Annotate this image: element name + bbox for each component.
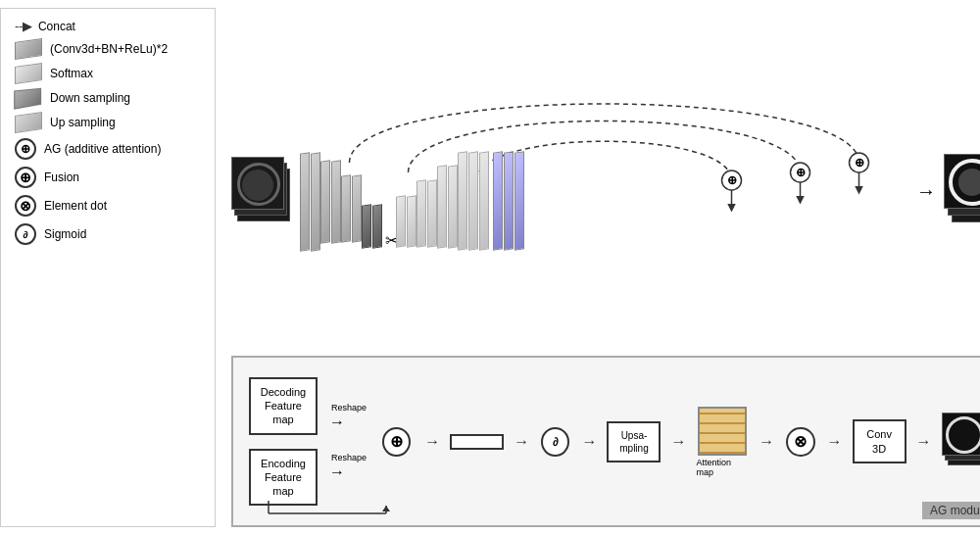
legend-conv3d: (Conv3d+BN+ReLu)*2 xyxy=(15,40,201,58)
legend-ag: ⊕ AG (additive attention) xyxy=(15,138,201,160)
arrow-7: → xyxy=(916,433,932,451)
unet-diagram: ⊕ ⊕ ⊕ xyxy=(231,8,980,356)
svg-point-3 xyxy=(791,163,810,182)
decoding-feature-map: Decoding Feature map xyxy=(249,377,318,435)
concat-icon: - - ▶ xyxy=(15,19,30,33)
legend-sigmoid: ∂ Sigmoid xyxy=(15,223,201,245)
reshape-bottom-label: Reshape xyxy=(331,453,367,462)
ag-icon: ⊕ xyxy=(15,138,36,160)
attention-map-label: Attention map xyxy=(696,458,749,477)
ag-module-panel: Decoding Feature map Encoding Feature ma… xyxy=(231,356,980,527)
elementdot-label: Element dot xyxy=(44,199,107,213)
attention-map-container: Attention map xyxy=(696,407,749,477)
legend-upsampling: Up sampling xyxy=(15,114,201,131)
svg-marker-2 xyxy=(726,172,740,180)
ag-output-mri xyxy=(942,413,980,471)
arrow-2: → xyxy=(514,433,529,451)
ag-label: AG (additive attention) xyxy=(44,142,161,156)
conv3d-label: (Conv3d+BN+ReLu)*2 xyxy=(50,42,168,56)
svg-marker-1 xyxy=(795,165,808,172)
ag-module-label: AG module xyxy=(922,502,980,519)
main-content: ⊕ ⊕ ⊕ xyxy=(223,0,980,535)
arrow-5: → xyxy=(759,433,774,451)
svg-marker-15 xyxy=(382,506,390,511)
softmax-label: Softmax xyxy=(50,67,93,80)
downsampling-icon xyxy=(14,88,41,110)
conv3d-icon xyxy=(15,38,42,60)
feature-map-boxes: Decoding Feature map Encoding Feature ma… xyxy=(249,377,318,507)
fusion-circle: ⊕ xyxy=(382,427,411,457)
sigmoid-circle: ∂ xyxy=(541,427,569,457)
output-arrow: → xyxy=(916,180,936,203)
softmax-icon xyxy=(15,63,42,84)
concat-label: Concat xyxy=(38,20,75,33)
downsampling-label: Down sampling xyxy=(50,91,130,105)
arrow-1: → xyxy=(424,433,440,451)
legend-panel: - - ▶ Concat (Conv3d+BN+ReLu)*2 Softmax … xyxy=(0,8,216,527)
upsampling-icon xyxy=(15,112,42,133)
encoding-feature-map: Encoding Feature map xyxy=(249,449,318,507)
svg-text:⊕: ⊕ xyxy=(727,173,737,187)
output-mri xyxy=(944,154,980,230)
reshape-top-label: Reshape xyxy=(331,403,367,413)
legend-softmax: Softmax xyxy=(15,65,201,82)
elementdot-circle: ⊗ xyxy=(786,427,814,457)
arrow-4: → xyxy=(670,433,686,451)
legend-downsampling: Down sampling xyxy=(15,89,201,107)
sigmoid-label: Sigmoid xyxy=(44,227,86,241)
fusion-icon: ⊕ xyxy=(15,167,36,188)
upsampling-label: Up sampling xyxy=(50,116,116,129)
elementdot-icon: ⊗ xyxy=(15,195,36,217)
conv3d-box-1 xyxy=(450,434,504,450)
upsampling-box: Upsa- mpling xyxy=(607,421,661,462)
svg-text:⊕: ⊕ xyxy=(855,156,864,170)
svg-point-5 xyxy=(850,153,869,172)
legend-concat: - - ▶ Concat xyxy=(15,19,201,33)
input-mri xyxy=(231,157,292,227)
conv3d-box-2: Conv 3D xyxy=(853,419,906,463)
legend-elementdot: ⊗ Element dot xyxy=(15,195,201,217)
svg-text:⊕: ⊕ xyxy=(796,166,806,179)
legend-fusion: ⊕ Fusion xyxy=(15,167,201,188)
arrow-3: → xyxy=(581,433,597,451)
arrow-6: → xyxy=(827,433,843,451)
fusion-label: Fusion xyxy=(44,170,79,184)
svg-marker-0 xyxy=(854,155,867,163)
svg-point-7 xyxy=(722,170,742,190)
sigmoid-icon: ∂ xyxy=(15,223,36,245)
